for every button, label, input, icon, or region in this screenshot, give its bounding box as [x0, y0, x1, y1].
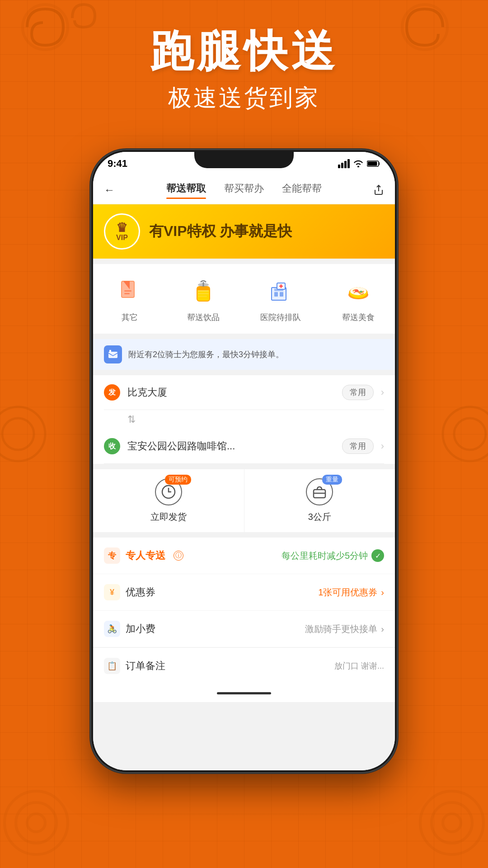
wifi-icon	[353, 160, 363, 167]
svg-point-9	[2, 418, 34, 450]
svg-rect-27	[274, 292, 278, 297]
notification-banner: 附近有2位骑士为您服务，最快3分钟接单。	[93, 339, 395, 370]
status-time: 9:41	[108, 158, 127, 170]
phone-shell: 9:41	[90, 149, 398, 773]
signal-icon	[338, 159, 350, 168]
svg-point-8	[0, 407, 45, 461]
screen-content: ♛ VIP 有VIP特权 办事就是快	[93, 204, 395, 770]
detail-left-tip: 🚴 加小费	[104, 621, 155, 637]
to-arrow: ›	[381, 440, 384, 452]
option-weight[interactable]: 重量 3公斤	[244, 469, 395, 532]
tab-help-all[interactable]: 全能帮帮	[282, 182, 322, 198]
bottom-note-row[interactable]: 📋 订单备注 放门口 谢谢...	[93, 647, 395, 684]
from-address: 比克大厦	[127, 386, 335, 399]
address-to-row[interactable]: 收 宝安公园公园路咖啡馆... 常用 ›	[104, 429, 384, 464]
svg-point-5	[420, 791, 483, 854]
service-label-hospital: 医院待排队	[260, 312, 301, 323]
note-value: 放门口 谢谢...	[334, 661, 384, 670]
sub-title: 极速送货到家	[0, 82, 488, 114]
svg-point-10	[443, 407, 488, 461]
notification-icon	[104, 345, 122, 363]
detail-left-coupon: ¥ 优惠券	[104, 584, 155, 600]
phone-notch	[194, 152, 294, 168]
vip-banner[interactable]: ♛ VIP 有VIP特权 办事就是快	[93, 204, 395, 259]
badge-weight: 重量	[322, 475, 342, 485]
svg-point-7	[443, 814, 461, 832]
battery-icon	[367, 160, 380, 167]
svg-point-11	[454, 418, 486, 450]
service-label-other: 其它	[122, 312, 138, 323]
address-from-row[interactable]: 发 比克大厦 常用 ›	[104, 375, 384, 410]
detail-row-tip[interactable]: 🚴 加小费 激励骑手更快接单 ›	[93, 611, 395, 647]
service-icon-drink	[187, 275, 220, 307]
svg-rect-24	[198, 293, 209, 294]
share-button[interactable]	[373, 184, 384, 195]
service-item-food[interactable]: 帮送美食	[342, 275, 375, 323]
tab-help-send[interactable]: 帮送帮取	[166, 182, 206, 198]
detail-row-dedicated[interactable]: 专 专人专送 ⓘ 每公里耗时减少5分钟 ✓	[93, 538, 395, 574]
to-address: 宝安公园公园路咖啡馆...	[127, 439, 335, 453]
tip-icon: 🚴	[104, 621, 120, 637]
tip-label: 加小费	[126, 622, 155, 636]
service-icon-hospital	[264, 275, 297, 307]
svg-point-2	[5, 791, 68, 854]
detail-section: 专 专人专送 ⓘ 每公里耗时减少5分钟 ✓ ¥ 优惠券	[93, 538, 395, 647]
from-arrow: ›	[381, 387, 384, 398]
svg-point-37	[360, 291, 362, 292]
vip-crown-icon: ♛ VIP	[104, 213, 140, 250]
swap-icon: ⇅	[127, 414, 136, 425]
svg-rect-18	[124, 293, 130, 294]
check-icon: ✓	[371, 549, 384, 562]
note-icon: 📋	[104, 658, 120, 674]
main-title: 跑腿快送	[0, 27, 488, 75]
dedicated-desc: 每公里耗时减少5分钟	[282, 550, 368, 562]
svg-point-36	[355, 289, 358, 292]
header-area: 跑腿快送 极速送货到家	[0, 27, 488, 114]
service-grid: 其它	[93, 264, 395, 334]
svg-rect-28	[280, 292, 283, 297]
note-right: 放门口 谢谢...	[334, 660, 384, 671]
phone-screen: 9:41	[93, 152, 395, 770]
coupon-arrow: ›	[381, 587, 384, 598]
home-indicator	[217, 692, 271, 694]
tab-help-buy[interactable]: 帮买帮办	[224, 182, 264, 198]
svg-point-6	[432, 802, 472, 843]
phone-mockup: 9:41	[90, 149, 398, 791]
service-label-drink: 帮送饮品	[187, 312, 220, 323]
from-tag: 常用	[342, 385, 374, 400]
option-icon-wrap-immediate: 可预约	[155, 478, 182, 505]
service-item-drink[interactable]: 帮送饮品	[187, 275, 220, 323]
service-icon-other	[113, 275, 146, 307]
to-badge: 收	[104, 438, 120, 454]
detail-left-dedicated: 专 专人专送 ⓘ	[104, 547, 183, 564]
detail-row-coupon[interactable]: ¥ 优惠券 1张可用优惠券 ›	[93, 574, 395, 611]
coupon-icon: ¥	[104, 584, 120, 600]
svg-rect-23	[198, 290, 209, 292]
note-label: 订单备注	[126, 659, 165, 673]
note-left: 📋 订单备注	[104, 658, 165, 674]
option-immediate[interactable]: 可预约 立即发货	[93, 469, 244, 532]
nav-tabs: ← 帮送帮取 帮买帮办 全能帮帮	[93, 175, 395, 204]
service-item-hospital[interactable]: 医院待排队	[260, 275, 301, 323]
dedicated-right: 每公里耗时减少5分钟 ✓	[282, 549, 384, 562]
from-badge: 发	[104, 384, 120, 401]
status-icons	[338, 159, 380, 168]
options-section: 可预约 立即发货	[93, 469, 395, 532]
address-section: 发 比克大厦 常用 › ⇅ 收 宝安公园公园路咖啡馆... 常用	[93, 375, 395, 464]
badge-reservable: 可预约	[165, 475, 191, 485]
coupon-label: 优惠券	[126, 585, 155, 599]
svg-rect-38	[108, 352, 117, 358]
notification-text: 附近有2位骑士为您服务，最快3分钟接单。	[128, 349, 284, 360]
option-label-weight: 3公斤	[308, 511, 331, 523]
dedicated-icon: 专	[104, 547, 120, 564]
service-item-other[interactable]: 其它	[113, 275, 146, 323]
tip-right: 激励骑手更快接单 ›	[305, 623, 384, 635]
svg-rect-25	[198, 296, 207, 297]
svg-rect-17	[124, 290, 131, 292]
service-label-food: 帮送美食	[342, 312, 375, 323]
svg-rect-39	[109, 350, 111, 353]
svg-point-3	[16, 802, 56, 843]
option-icon-wrap-weight: 重量	[306, 478, 333, 505]
back-button[interactable]: ←	[104, 184, 115, 196]
tabs-container: 帮送帮取 帮买帮办 全能帮帮	[166, 182, 322, 198]
